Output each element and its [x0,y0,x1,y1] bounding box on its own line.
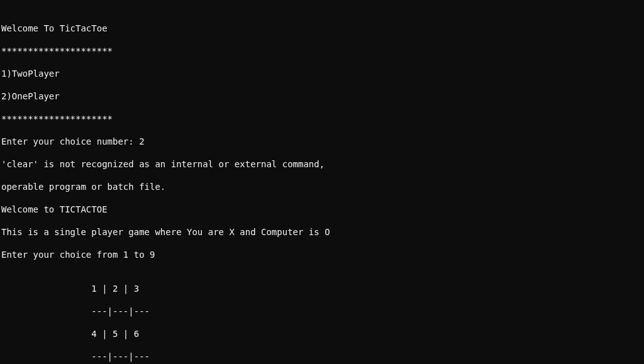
range-prompt: Enter your choice from 1 to 9 [1,249,644,260]
error-line-1: 'clear' is not recognized as an internal… [1,158,644,170]
menu-option-twoplayer: 1)TwoPlayer [1,68,644,79]
guide-row-2: 4 | 5 | 6 [1,328,644,339]
guide-row-1: 1 | 2 | 3 [1,283,644,294]
divider-top: ********************* [1,45,644,57]
game-description: This is a single player game where You a… [1,226,644,238]
divider-bottom: ********************* [1,113,644,124]
menu-option-oneplayer: 2)OnePlayer [1,91,644,102]
choice-prompt: Enter your choice number: 2 [1,136,644,147]
welcome-game: Welcome to TICTACTOE [1,204,644,215]
guide-sep-1: ---|---|--- [1,306,644,317]
guide-sep-2: ---|---|--- [1,351,644,362]
error-line-2: operable program or batch file. [1,181,644,192]
welcome-title: Welcome To TicTacToe [1,23,644,34]
